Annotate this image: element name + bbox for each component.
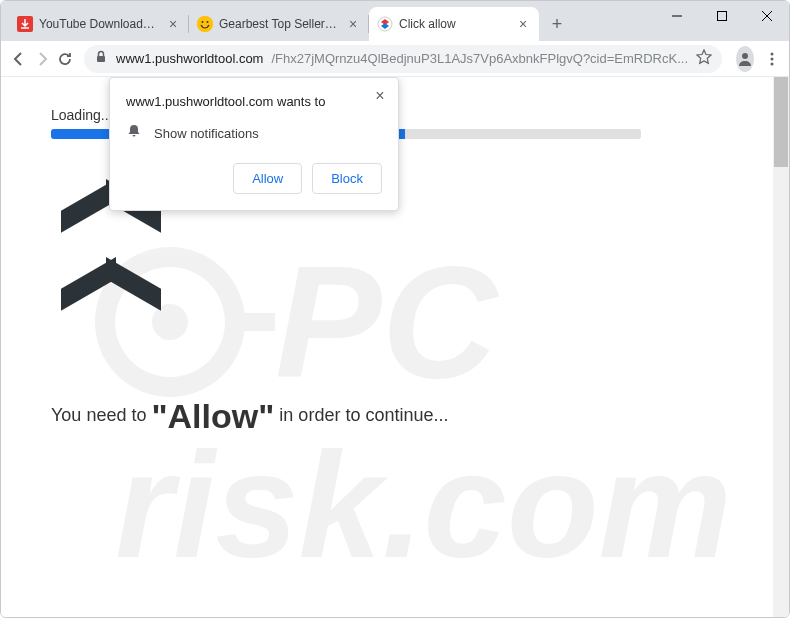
tab-title: Click allow (399, 17, 509, 31)
svg-rect-8 (97, 56, 105, 62)
close-icon[interactable]: × (165, 16, 181, 32)
block-button[interactable]: Block (312, 163, 382, 194)
bell-icon (126, 123, 142, 143)
allow-button[interactable]: Allow (233, 163, 302, 194)
allow-word: Allow (168, 397, 259, 435)
svg-point-1 (202, 21, 204, 23)
window-controls (654, 1, 789, 41)
back-button[interactable] (9, 45, 28, 73)
lock-icon (94, 50, 108, 67)
tab-strip: YouTube Downloader - Do × Gearbest Top S… (9, 7, 654, 41)
bookmark-icon[interactable] (696, 49, 712, 68)
site-icon (377, 16, 393, 32)
reload-button[interactable] (55, 45, 74, 73)
prompt-title: www1.pushworldtool.com wants to (126, 94, 382, 109)
tab-click-allow[interactable]: Click allow × (369, 7, 539, 41)
svg-point-2 (207, 21, 209, 23)
svg-point-11 (770, 57, 773, 60)
download-icon (17, 16, 33, 32)
url-domain: www1.pushworldtool.com (116, 51, 263, 66)
svg-point-9 (742, 53, 748, 59)
notification-prompt: × www1.pushworldtool.com wants to Show n… (109, 77, 399, 211)
smile-icon (197, 16, 213, 32)
profile-button[interactable] (736, 46, 754, 72)
svg-rect-5 (717, 12, 726, 21)
tab-title: Gearbest Top Seller - Dive (219, 17, 339, 31)
svg-point-10 (770, 52, 773, 55)
tab-gearbest[interactable]: Gearbest Top Seller - Dive × (189, 7, 369, 41)
prompt-buttons: Allow Block (126, 163, 382, 194)
quote-open: " (151, 397, 167, 435)
close-icon[interactable]: × (345, 16, 361, 32)
instruction-text: You need to "Allow" in order to continue… (51, 397, 739, 436)
close-window-button[interactable] (744, 1, 789, 31)
menu-button[interactable] (762, 45, 781, 73)
svg-point-0 (197, 16, 213, 32)
minimize-button[interactable] (654, 1, 699, 31)
text-prefix: You need to (51, 405, 151, 425)
new-tab-button[interactable]: + (543, 10, 571, 38)
maximize-button[interactable] (699, 1, 744, 31)
content-area: PC risk.com Loading... You need to "Allo… (1, 77, 789, 617)
close-icon[interactable]: × (515, 16, 531, 32)
tab-title: YouTube Downloader - Do (39, 17, 159, 31)
text-suffix: in order to continue... (274, 405, 448, 425)
chevron-up-icon (61, 257, 161, 307)
titlebar: YouTube Downloader - Do × Gearbest Top S… (1, 1, 789, 41)
permission-label: Show notifications (154, 126, 259, 141)
forward-button[interactable] (32, 45, 51, 73)
permission-row: Show notifications (126, 123, 382, 143)
address-bar[interactable]: www1.pushworldtool.com/Fhx27jMQrnzu4QlBe… (84, 45, 722, 73)
svg-point-12 (770, 62, 773, 65)
toolbar: www1.pushworldtool.com/Fhx27jMQrnzu4QlBe… (1, 41, 789, 77)
close-icon[interactable]: × (370, 86, 390, 106)
quote-close: " (258, 397, 274, 435)
tab-youtube-downloader[interactable]: YouTube Downloader - Do × (9, 7, 189, 41)
url-path: /Fhx27jMQrnzu4QlBedjnuP3L1AJs7Vp6AxbnkFP… (271, 51, 688, 66)
